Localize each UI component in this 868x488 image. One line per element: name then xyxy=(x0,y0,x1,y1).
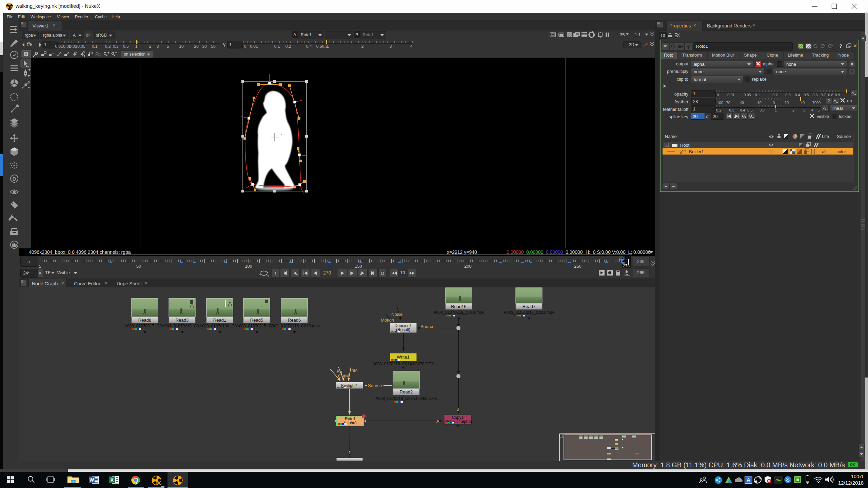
svg-text:InM: InM xyxy=(350,368,358,373)
svg-text:Write1: Write1 xyxy=(397,354,409,360)
svg-text:1: 1 xyxy=(52,51,54,54)
svg-text:A: A xyxy=(747,477,750,483)
svg-text:A003_01070216_C010.mov: A003_01070216_C010.mov xyxy=(269,324,319,328)
svg-text:A003_01070218_C014.mov: A003_01070218_C014.mov xyxy=(433,310,484,315)
svg-text:A003_0170218_C014.00269.DPX: A003_0170218_C014.00269.DPX xyxy=(375,396,437,401)
svg-text:Read1: Read1 xyxy=(213,318,226,323)
svg-text:W: W xyxy=(90,477,94,483)
svg-text:Read3: Read3 xyxy=(176,318,189,323)
svg-text:1: 1 xyxy=(349,450,351,455)
svg-text:Read6: Read6 xyxy=(288,318,301,323)
svg-text:Motion: Motion xyxy=(381,318,394,323)
svg-text:A: A xyxy=(436,419,439,424)
svg-text:Read2: Read2 xyxy=(400,389,413,394)
svg-text:Read7: Read7 xyxy=(522,304,535,309)
svg-text:D: D xyxy=(13,176,16,182)
svg-text:B: B xyxy=(456,407,459,412)
svg-text:Read5: Read5 xyxy=(250,318,263,323)
svg-text:Read8: Read8 xyxy=(138,318,151,323)
svg-text:A003_01070216_C011.mov: A003_01070216_C011.mov xyxy=(504,310,554,315)
svg-text:Read16: Read16 xyxy=(451,304,467,309)
svg-text:Source: Source xyxy=(420,324,434,329)
svg-text:Noise: Noise xyxy=(391,312,402,317)
svg-text:Source: Source xyxy=(368,383,382,388)
svg-text:A003_01070130_C0...: A003_01070130_C0... xyxy=(199,324,240,328)
svg-text:A003_0170218_C014.00270.DPX: A003_0170218_C014.00270.DPX xyxy=(372,362,434,366)
svg-text:OutM: OutM xyxy=(338,373,349,379)
svg-text:X: X xyxy=(111,477,114,483)
svg-text:A003_01070210_C0...: A003_01070210_C0... xyxy=(162,324,202,328)
svg-text:A003_01070217_C0...: A003_01070217_C0... xyxy=(124,324,165,328)
